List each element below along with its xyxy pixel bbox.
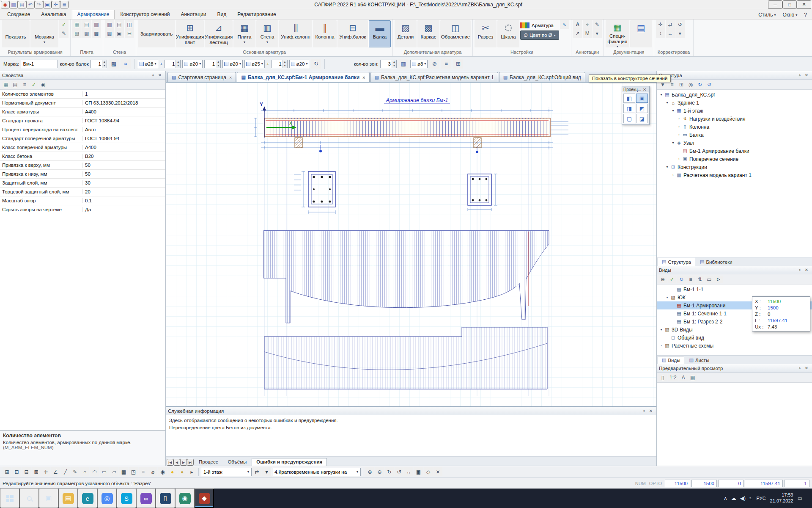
proj-front-icon[interactable]: ▢ bbox=[623, 114, 635, 123]
no-diameter-icon[interactable]: ⊘ bbox=[429, 59, 439, 69]
annotation-text-icon[interactable]: A bbox=[573, 20, 582, 29]
zones-stepper[interactable]: ▲▼ bbox=[380, 60, 397, 68]
slab-reinf-y-icon[interactable]: ▤ bbox=[82, 20, 91, 29]
stirrup-scheme-icon[interactable]: ▥ bbox=[398, 59, 409, 69]
wall-opening-icon[interactable]: ⊟ bbox=[125, 29, 134, 38]
edging-button[interactable]: ◫Обрамление bbox=[440, 20, 471, 47]
move-rebar-icon[interactable]: ✛ bbox=[656, 20, 665, 29]
property-value[interactable]: 30 bbox=[83, 180, 165, 185]
reinforce-button[interactable]: Заармировать bbox=[138, 20, 175, 47]
tree-item[interactable]: › ▦ Расчетная модель вариант 1 bbox=[657, 171, 812, 179]
export-icon[interactable]: ⊳ bbox=[714, 276, 723, 283]
property-value[interactable]: B20 bbox=[83, 154, 165, 159]
draw-polygon-icon[interactable]: ▱ bbox=[110, 467, 118, 476]
property-row[interactable]: Стандарт поперечной арматуры ГОСТ 10884-… bbox=[0, 134, 165, 143]
property-value[interactable]: 1 bbox=[83, 91, 165, 97]
taskbar-explorer-icon[interactable]: ▤ bbox=[58, 489, 78, 508]
language-indicator[interactable]: РУС bbox=[757, 496, 766, 501]
bulb-off-icon[interactable]: ● bbox=[178, 467, 187, 476]
search-icon[interactable]: ◉ bbox=[39, 81, 47, 88]
close-tab-icon[interactable]: × bbox=[362, 75, 365, 80]
property-value[interactable]: ГОСТ 10884-94 bbox=[83, 136, 165, 141]
ribbon-tab[interactable]: Армирование bbox=[72, 10, 115, 19]
proj-xy-icon[interactable]: ◧ bbox=[623, 94, 635, 103]
apply-results-icon[interactable]: ✓ bbox=[59, 20, 69, 29]
close-button[interactable]: ✕ bbox=[797, 0, 811, 9]
panel-tab[interactable]: ▤Библиотеки bbox=[696, 258, 737, 266]
folder-icon[interactable]: ▭ bbox=[705, 276, 713, 283]
section-constructor-icon[interactable]: ⊞ bbox=[453, 59, 463, 69]
loadcase-icon[interactable]: ▾ bbox=[262, 467, 271, 476]
diameter-icon[interactable]: ⌀ bbox=[148, 467, 157, 476]
check-icon[interactable]: ✓ bbox=[668, 276, 676, 283]
expander-icon[interactable]: ▾ bbox=[664, 101, 670, 105]
tree-item[interactable]: › ▣ Поперечное сечение bbox=[657, 155, 812, 163]
document-tab[interactable]: ▤ Балка_для_КС.spf:Общий вид bbox=[499, 72, 585, 82]
specification-button[interactable]: ▦Специ-фикация▾ bbox=[606, 20, 629, 47]
marka-input[interactable] bbox=[21, 60, 58, 68]
scale-button[interactable]: Шкала bbox=[497, 20, 519, 47]
display-3d-icon[interactable]: ◳ bbox=[129, 467, 138, 476]
slab-zones-icon[interactable]: ▨ bbox=[82, 29, 91, 38]
top-diameter-select[interactable]: ø28▾ bbox=[138, 60, 158, 68]
annotation-mark-icon[interactable]: M bbox=[583, 29, 592, 38]
rebar-palette-row[interactable]: Арматура bbox=[520, 22, 559, 28]
wall-edge-icon[interactable]: ◫ bbox=[125, 20, 134, 29]
annotation-edit-icon[interactable]: ✎ bbox=[593, 20, 602, 29]
view-item[interactable]: ◻ Общий вид bbox=[657, 334, 812, 342]
floor-select[interactable]: 1-й этаж▾ bbox=[201, 468, 252, 476]
top-extra-diameter-select[interactable]: ø20▾ bbox=[182, 60, 203, 68]
clock[interactable]: 17:59 21.07.2022 bbox=[770, 492, 793, 504]
expander-icon[interactable]: › bbox=[676, 133, 682, 137]
snap-angle-icon[interactable]: ∠ bbox=[51, 467, 60, 476]
property-value[interactable]: 20 bbox=[83, 189, 165, 194]
close-icon[interactable]: ✕ bbox=[803, 72, 810, 79]
expander-icon[interactable]: ▾ bbox=[670, 109, 676, 113]
pin-icon[interactable]: ⌖ bbox=[796, 365, 803, 372]
taskbar-skype-icon[interactable]: S bbox=[117, 489, 136, 508]
ribbon-tab[interactable]: Редактирование bbox=[232, 10, 281, 19]
pin-icon[interactable]: ⌖ bbox=[641, 408, 647, 414]
undo-icon[interactable]: ↶ bbox=[26, 1, 35, 8]
notifications-icon[interactable]: ▭ bbox=[798, 495, 802, 501]
property-row[interactable]: Стандарт проката ГОСТ 10884-94 bbox=[0, 116, 165, 125]
tray-cloud-icon[interactable]: ☁ bbox=[731, 495, 736, 501]
draw-polyline-icon[interactable]: ✎ bbox=[71, 467, 80, 476]
property-value[interactable]: СП 63.13330.2012/2018 bbox=[83, 100, 165, 105]
rotate-rebar-icon[interactable]: ↺ bbox=[675, 20, 685, 29]
property-row[interactable]: Нормативный документ СП 63.13330.2012/20… bbox=[0, 99, 165, 108]
proj-yz-icon[interactable]: ◨ bbox=[623, 104, 635, 113]
search-icon[interactable]: ◉ bbox=[158, 467, 167, 476]
wall-reinf-v-icon[interactable]: ▥ bbox=[105, 20, 114, 29]
snap-intersection-icon[interactable]: ⊠ bbox=[32, 467, 41, 476]
panel-tab[interactable]: ▤Виды bbox=[658, 356, 684, 364]
annotation-more-icon[interactable]: ▾ bbox=[593, 29, 602, 38]
stretch-rebar-icon[interactable]: ↕ bbox=[656, 29, 665, 38]
beam-count-stepper[interactable]: ▲▼ bbox=[91, 60, 107, 68]
annotation-leader-icon[interactable]: ↗ bbox=[573, 29, 582, 38]
start-button[interactable] bbox=[0, 489, 19, 508]
minimize-button[interactable]: ─ bbox=[768, 0, 782, 9]
text-icon[interactable]: A bbox=[679, 374, 688, 381]
pan-icon[interactable]: ↔ bbox=[404, 467, 413, 476]
tray-network-icon[interactable]: ≈ bbox=[749, 495, 752, 501]
zoom-in-icon[interactable]: ⊕ bbox=[365, 467, 374, 476]
swap-rebar-icon[interactable]: ⇄ bbox=[666, 20, 675, 29]
refresh-icon[interactable]: ↻ bbox=[696, 81, 704, 88]
stirrup-diameter-select[interactable]: ø8▾ bbox=[410, 60, 428, 68]
pin-icon[interactable]: ⌖ bbox=[796, 267, 803, 273]
property-row[interactable]: Количество элементов 1 bbox=[0, 90, 165, 99]
property-row[interactable]: Привязка к верху, мм 50 bbox=[0, 161, 165, 170]
property-row[interactable]: Привязка к низу, мм 50 bbox=[0, 170, 165, 179]
open-icon[interactable]: ▤ bbox=[18, 1, 26, 8]
expander-icon[interactable]: › bbox=[676, 125, 682, 129]
scale-icon[interactable]: 1:2 bbox=[668, 374, 678, 381]
window-menu[interactable]: Окно▾ bbox=[779, 11, 801, 19]
close-tab-icon[interactable]: × bbox=[229, 75, 232, 80]
proj-xz-icon[interactable]: ▣ bbox=[636, 94, 648, 103]
slab-reinf-top-icon[interactable]: ▥ bbox=[92, 20, 101, 29]
property-row[interactable]: Скрыть эпюры на чертеже Да bbox=[0, 205, 165, 214]
save-icon[interactable]: ▥ bbox=[9, 1, 18, 8]
bulb-on-icon[interactable]: ● bbox=[168, 467, 177, 476]
rebar-table-icon[interactable]: ≡ bbox=[441, 59, 451, 69]
